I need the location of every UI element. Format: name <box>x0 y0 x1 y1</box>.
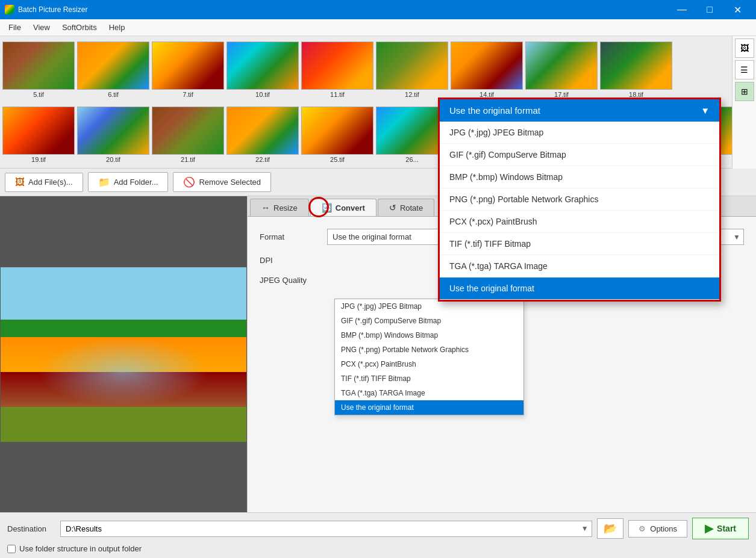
large-opt-tif[interactable]: TIF (*.tif) TIFF Bitmap <box>440 233 719 255</box>
close-button[interactable]: ✕ <box>723 0 751 19</box>
minimize-button[interactable]: — <box>668 0 696 19</box>
main-container: 5.tif 6.tif 7.tif 10.tif 11.tif <box>0 36 756 558</box>
jpeg-quality-label: JPEG Quality <box>260 276 320 285</box>
dpi-label: DPI <box>260 256 320 265</box>
bottom-right-buttons: ⚙ Options ▶ Start <box>628 518 749 539</box>
destination-arrow: ▼ <box>581 524 589 533</box>
menu-softorbits[interactable]: SoftOrbits <box>56 20 103 34</box>
title-bar-controls: — □ ✕ <box>668 0 751 19</box>
thumb-21tif[interactable]: 21.tif <box>152 107 224 163</box>
checkbox-row: Use folder structure in output folder <box>7 544 749 553</box>
add-files-icon: 🖼 <box>15 177 25 188</box>
format-label: Format <box>260 232 320 241</box>
title-bar-left: Batch Picture Resizer <box>5 5 87 14</box>
thumbnail-row-1: 5.tif 6.tif 7.tif 10.tif 11.tif <box>0 36 732 101</box>
remove-selected-button[interactable]: 🚫 Remove Selected <box>173 172 271 192</box>
folder-structure-label: Use folder structure in output folder <box>19 544 142 553</box>
large-opt-bmp[interactable]: BMP (*.bmp) Windows Bitmap <box>440 166 719 188</box>
maximize-button[interactable]: □ <box>696 0 723 19</box>
format-dropdown-small: JPG (*.jpg) JPEG Bitmap GIF (*.gif) Comp… <box>334 299 524 415</box>
small-opt-tif[interactable]: TIF (*.tif) TIFF Bitmap <box>335 371 523 386</box>
tab-convert[interactable]: 🔄 Convert <box>310 199 376 216</box>
tab-resize[interactable]: ↔ Resize <box>250 199 309 216</box>
thumb-25tif[interactable]: 25.tif <box>301 107 373 163</box>
large-dropdown-header: Use the original format ▼ <box>440 99 719 122</box>
bottom-bar: Destination ▼ 📂 ⚙ Options ▶ Start <box>0 512 756 558</box>
menu-view[interactable]: View <box>27 20 56 34</box>
thumb-14tif[interactable]: 14.tif <box>451 42 523 98</box>
options-button[interactable]: ⚙ Options <box>628 520 687 538</box>
destination-input[interactable] <box>60 521 592 537</box>
thumb-11tif[interactable]: 11.tif <box>301 42 373 98</box>
tab-rotate[interactable]: ↺ Rotate <box>378 199 434 216</box>
toolbar-image-btn[interactable]: 🖼 <box>735 39 754 58</box>
thumb-12tif[interactable]: 12.tif <box>376 42 448 98</box>
thumb-20tif[interactable]: 20.tif <box>77 107 149 163</box>
add-files-button[interactable]: 🖼 Add File(s)... <box>5 173 83 192</box>
menu-bar: File View SoftOrbits Help <box>0 19 756 36</box>
small-opt-png[interactable]: PNG (*.png) Portable Network Graphics <box>335 343 523 357</box>
app-title: Batch Picture Resizer <box>18 5 87 14</box>
toolbar-list-btn[interactable]: ☰ <box>735 60 754 79</box>
destination-folder-button[interactable]: 📂 <box>597 518 623 539</box>
preview-image <box>1 267 246 442</box>
large-opt-pcx[interactable]: PCX (*.pcx) PaintBrush <box>440 211 719 233</box>
large-opt-gif[interactable]: GIF (*.gif) CompuServe Bitmap <box>440 144 719 166</box>
toolbar-grid-btn[interactable]: ⊞ <box>735 82 754 101</box>
start-button[interactable]: ▶ Start <box>692 518 749 539</box>
add-folder-button[interactable]: 📁 Add Folder... <box>88 172 169 192</box>
destination-row: Destination ▼ 📂 ⚙ Options ▶ Start <box>7 518 749 539</box>
thumb-5tif[interactable]: 5.tif <box>2 42 75 98</box>
menu-help[interactable]: Help <box>103 20 131 34</box>
start-icon: ▶ <box>705 522 713 535</box>
small-opt-original[interactable]: Use the original format <box>335 400 523 415</box>
remove-icon: 🚫 <box>183 176 195 188</box>
small-opt-bmp[interactable]: BMP (*.bmp) Windows Bitmap <box>335 328 523 343</box>
thumb-6tif[interactable]: 6.tif <box>77 42 149 98</box>
folder-structure-checkbox[interactable] <box>7 545 16 553</box>
thumb-26tif[interactable]: 26... <box>376 107 448 163</box>
thumb-19tif[interactable]: 19.tif <box>2 107 75 163</box>
destination-input-wrapper: ▼ <box>60 521 592 537</box>
thumb-22tif[interactable]: 22.tif <box>226 107 299 163</box>
add-folder-icon: 📁 <box>98 176 110 188</box>
thumb-7tif[interactable]: 7.tif <box>152 42 224 98</box>
large-opt-png[interactable]: PNG (*.png) Portable Network Graphics <box>440 188 719 211</box>
app-icon <box>5 5 14 14</box>
thumb-18tif[interactable]: 18.tif <box>600 42 672 98</box>
thumb-10tif[interactable]: 10.tif <box>226 42 299 98</box>
small-opt-tga[interactable]: TGA (*.tga) TARGA Image <box>335 386 523 400</box>
large-opt-jpg[interactable]: JPG (*.jpg) JPEG Bitmap <box>440 122 719 144</box>
large-opt-tga[interactable]: TGA (*.tga) TARGA Image <box>440 255 719 277</box>
options-icon: ⚙ <box>639 524 646 533</box>
small-opt-pcx[interactable]: PCX (*.pcx) PaintBrush <box>335 357 523 371</box>
small-opt-gif[interactable]: GIF (*.gif) CompuServe Bitmap <box>335 314 523 328</box>
menu-file[interactable]: File <box>2 20 27 34</box>
rotate-icon: ↺ <box>389 203 396 212</box>
folder-icon: 📂 <box>604 522 617 535</box>
destination-label: Destination <box>7 524 55 533</box>
convert-icon: 🔄 <box>322 203 332 212</box>
preview-pane <box>0 196 247 512</box>
right-toolbar: 🖼 ☰ ⊞ <box>732 36 756 169</box>
title-bar: Batch Picture Resizer — □ ✕ <box>0 0 756 19</box>
format-dropdown-large: Use the original format ▼ JPG (*.jpg) JP… <box>438 98 721 302</box>
resize-icon: ↔ <box>261 203 270 212</box>
thumb-17tif[interactable]: 17.tif <box>525 42 598 98</box>
large-opt-original[interactable]: Use the original format <box>440 277 719 300</box>
